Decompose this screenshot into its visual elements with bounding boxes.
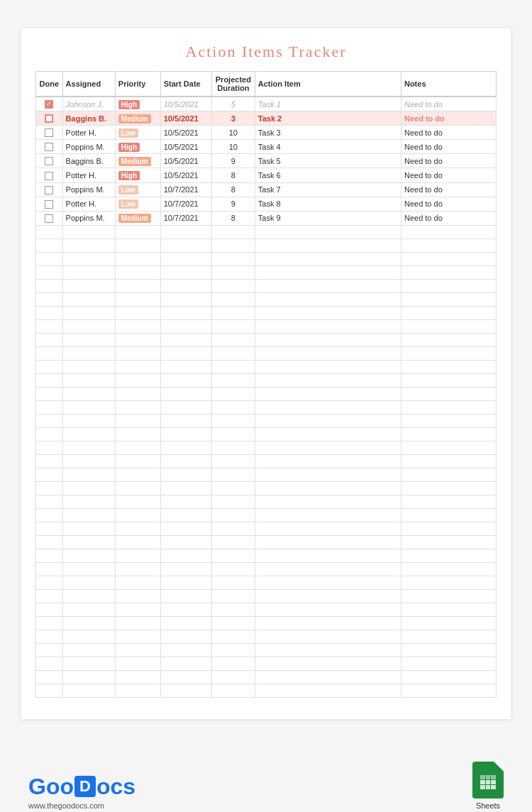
header-assigned: Assigned — [62, 72, 115, 97]
table-row-empty — [36, 576, 497, 589]
cell-empty — [255, 400, 401, 414]
cell-empty — [160, 441, 211, 454]
cell-notes: Need to do — [401, 197, 496, 211]
cell-empty — [401, 562, 496, 576]
cell-empty — [211, 427, 255, 441]
grid-cell — [480, 785, 485, 789]
cell-empty — [62, 454, 115, 468]
cell-empty — [62, 576, 115, 589]
cell-empty — [401, 630, 496, 643]
cell-projected: 8 — [211, 182, 255, 197]
cell-empty — [255, 495, 401, 508]
cell-empty — [115, 225, 160, 238]
cell-empty — [255, 562, 401, 576]
cell-done[interactable] — [36, 168, 63, 182]
cell-empty — [62, 427, 115, 441]
cell-empty — [36, 441, 63, 454]
cell-notes: Need to do — [401, 126, 496, 140]
cell-done[interactable] — [36, 182, 63, 197]
cell-empty — [36, 225, 63, 238]
cell-empty — [62, 616, 115, 630]
cell-empty — [255, 630, 401, 643]
cell-empty — [160, 630, 211, 643]
cell-empty — [62, 589, 115, 603]
cell-empty — [255, 238, 401, 252]
cell-empty — [36, 670, 63, 684]
page-title: Action Items Tracker — [35, 43, 497, 61]
cell-projected: 8 — [211, 168, 255, 182]
cell-notes: Need to do — [401, 140, 496, 154]
cell-notes: Need to do — [401, 111, 496, 126]
cell-empty — [160, 333, 211, 346]
cell-priority: Medium — [115, 211, 160, 225]
cell-empty — [211, 373, 255, 387]
cell-empty — [62, 468, 115, 481]
checkbox[interactable] — [45, 214, 53, 223]
cell-empty — [115, 454, 160, 468]
cell-empty — [36, 387, 63, 400]
cell-empty — [36, 265, 63, 279]
cell-empty — [62, 252, 115, 265]
cell-empty — [62, 225, 115, 238]
cell-empty — [255, 441, 401, 454]
cell-action-item: Task 4 — [255, 140, 401, 154]
table-row: Potter H.Low10/7/20219Task 8Need to do — [36, 197, 497, 211]
cell-empty — [62, 279, 115, 292]
cell-priority: High — [115, 140, 160, 154]
cell-empty — [160, 252, 211, 265]
cell-empty — [62, 481, 115, 495]
table-row-empty — [36, 616, 497, 630]
cell-empty — [401, 252, 496, 265]
checkbox[interactable] — [45, 114, 53, 123]
cell-done[interactable] — [36, 97, 63, 111]
cell-empty — [255, 333, 401, 346]
cell-notes: Need to do — [401, 168, 496, 182]
cell-empty — [160, 603, 211, 616]
cell-action-item: Task 8 — [255, 197, 401, 211]
logo-url: www.thegoodocs.com — [28, 801, 135, 810]
cell-done[interactable] — [36, 140, 63, 154]
checkbox[interactable] — [45, 186, 53, 194]
cell-empty — [211, 643, 255, 657]
table-row: Potter H.Low10/5/202110Task 3Need to do — [36, 126, 497, 140]
checkbox[interactable] — [45, 143, 53, 151]
cell-empty — [36, 319, 63, 333]
checkbox[interactable] — [45, 172, 53, 180]
cell-empty — [36, 306, 63, 319]
cell-priority: Low — [115, 182, 160, 197]
priority-badge: Medium — [118, 114, 151, 124]
cell-empty — [36, 549, 63, 562]
checkbox[interactable] — [45, 128, 53, 137]
cell-done[interactable] — [36, 154, 63, 168]
header-done: Done — [36, 72, 63, 97]
cell-empty — [401, 333, 496, 346]
checkbox[interactable] — [45, 100, 53, 109]
cell-empty — [211, 481, 255, 495]
cell-done[interactable] — [36, 126, 63, 140]
logo-area: GooDocs www.thegoodocs.com — [28, 774, 135, 810]
cell-empty — [401, 292, 496, 306]
cell-notes: Need to do — [401, 211, 496, 225]
checkbox[interactable] — [45, 200, 53, 209]
cell-empty — [401, 481, 496, 495]
sheets-icon-area: Sheets — [472, 762, 504, 810]
checkbox[interactable] — [45, 157, 53, 165]
cell-empty — [255, 252, 401, 265]
cell-empty — [160, 522, 211, 535]
cell-empty — [255, 279, 401, 292]
cell-done[interactable] — [36, 211, 63, 225]
priority-badge: Low — [118, 185, 138, 194]
cell-empty — [211, 279, 255, 292]
cell-empty — [160, 346, 211, 360]
cell-empty — [255, 346, 401, 360]
table-row-empty — [36, 279, 497, 292]
table-row-empty — [36, 346, 497, 360]
cell-empty — [211, 360, 255, 373]
cell-empty — [160, 589, 211, 603]
cell-empty — [115, 495, 160, 508]
cell-done[interactable] — [36, 197, 63, 211]
cell-empty — [115, 360, 160, 373]
cell-empty — [160, 468, 211, 481]
cell-done[interactable] — [36, 111, 63, 126]
cell-empty — [36, 360, 63, 373]
